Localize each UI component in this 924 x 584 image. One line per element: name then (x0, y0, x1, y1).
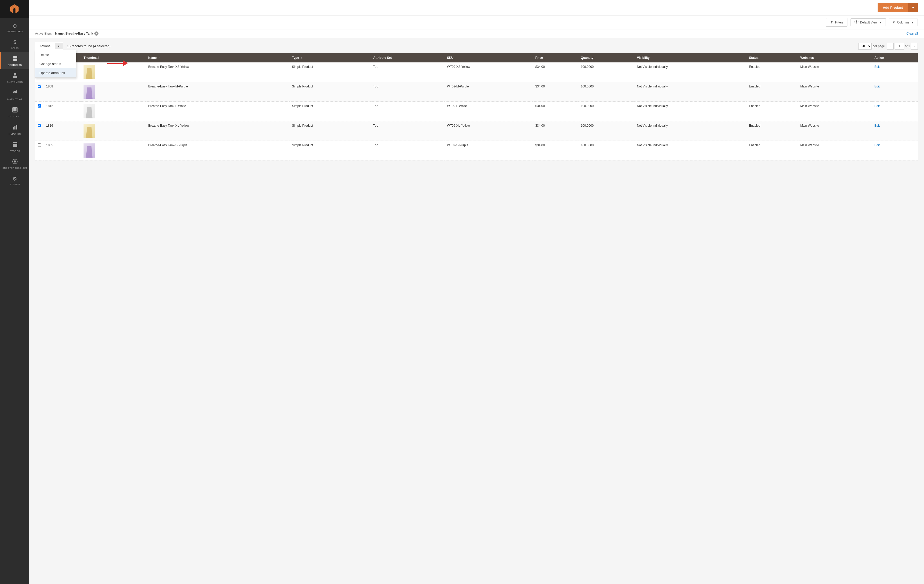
table-header-row: ID Thumbnail Name ↑ Type ↑ Attribute Set… (35, 53, 918, 63)
table-row: 1808 Breathe-Easy Tank-M-Purple Simple P… (35, 82, 918, 102)
clear-all-link[interactable]: Clear all (906, 32, 918, 35)
actions-dropdown: Actions ▲ Delete Change status Update at… (35, 42, 63, 50)
default-view-button[interactable]: Default View ▼ (851, 18, 886, 26)
row-checkbox[interactable] (38, 84, 41, 88)
row-sku: WT09-L-White (444, 102, 533, 121)
dropdown-item-change-status[interactable]: Change status (35, 60, 76, 68)
sidebar-item-content[interactable]: CONTENT (0, 103, 29, 121)
row-type: Simple Product (290, 63, 371, 82)
row-visibility: Not Visible Individually (634, 102, 746, 121)
add-product-dropdown-arrow[interactable]: ▼ (908, 3, 918, 12)
row-action[interactable]: Edit (872, 121, 918, 141)
edit-link[interactable]: Edit (874, 144, 880, 147)
col-visibility: Visibility (634, 53, 746, 63)
actions-label: Actions (35, 42, 54, 50)
svg-rect-9 (15, 108, 16, 110)
per-page-dropdown[interactable]: 20 (858, 43, 872, 50)
dropdown-item-delete[interactable]: Delete (35, 50, 76, 60)
sidebar-item-dashboard[interactable]: ⊙ DASHBOARD (0, 19, 29, 36)
row-thumbnail (81, 121, 146, 141)
dropdown-item-update-attributes[interactable]: Update attributes (35, 68, 76, 78)
page-number-input[interactable] (894, 43, 904, 50)
sidebar-item-reports[interactable]: REPORTS (0, 121, 29, 138)
row-action[interactable]: Edit (872, 82, 918, 102)
row-id: 1808 (44, 82, 81, 102)
product-thumbnail (84, 65, 95, 79)
row-id: 1812 (44, 102, 81, 121)
filters-button[interactable]: Filters (826, 18, 847, 26)
marketing-icon (12, 90, 18, 97)
per-page-select[interactable]: 20 per page (858, 43, 885, 50)
row-checkbox-cell[interactable] (35, 82, 44, 102)
row-checkbox-cell[interactable] (35, 121, 44, 141)
edit-link[interactable]: Edit (874, 84, 880, 88)
columns-button[interactable]: ⚙ Columns ▼ (889, 18, 918, 26)
products-icon (12, 55, 18, 63)
col-name[interactable]: Name ↑ (146, 53, 290, 63)
svg-rect-13 (15, 126, 15, 129)
row-websites: Main Website (798, 63, 872, 82)
edit-link[interactable]: Edit (874, 104, 880, 108)
sidebar: ⊙ DASHBOARD $ SALES PRODUCTS CUSTOMERS M… (0, 0, 29, 584)
svg-rect-0 (13, 56, 15, 58)
row-price: $34.00 (533, 121, 578, 141)
row-checkbox-cell[interactable] (35, 102, 44, 121)
magento-logo-icon (9, 3, 20, 15)
sidebar-item-marketing[interactable]: MARKETING (0, 86, 29, 103)
sidebar-item-products[interactable]: PRODUCTS (0, 52, 29, 69)
row-checkbox-cell[interactable] (35, 141, 44, 160)
svg-point-19 (856, 22, 857, 23)
sidebar-item-label-marketing: MARKETING (7, 98, 22, 101)
dashboard-icon: ⊙ (13, 23, 17, 29)
reports-icon (12, 124, 18, 131)
sidebar-item-customers[interactable]: CUSTOMERS (0, 69, 29, 86)
remove-filter-button[interactable]: ✕ (94, 31, 99, 36)
system-icon: ⚙ (12, 176, 17, 182)
row-visibility: Not Visible Individually (634, 63, 746, 82)
add-product-button[interactable]: Add Product ▼ (878, 3, 918, 12)
add-product-button-group[interactable]: Add Product ▼ (878, 3, 918, 12)
sidebar-item-label-products: PRODUCTS (8, 64, 22, 66)
edit-link[interactable]: Edit (874, 124, 880, 127)
main-content: Add Product ▼ Filters Default View ▼ ⚙ C… (29, 0, 924, 584)
edit-link[interactable]: Edit (874, 65, 880, 69)
table-row: Breathe-Easy Tank-XS-Yellow Simple Produ… (35, 63, 918, 82)
col-sku: SKU (444, 53, 533, 63)
sidebar-item-onestepcheckout[interactable]: ONE STEP CHECKOUT (0, 155, 29, 172)
products-table: ID Thumbnail Name ↑ Type ↑ Attribute Set… (35, 53, 918, 160)
page-next-button[interactable]: › (911, 43, 918, 50)
actions-button[interactable]: Actions ▲ (35, 42, 63, 50)
type-sort-icon: ↑ (301, 56, 302, 60)
row-checkbox[interactable] (38, 104, 41, 108)
sidebar-item-system[interactable]: ⚙ SYSTEM (0, 172, 29, 189)
col-action: Action (872, 53, 918, 63)
col-websites: Websites (798, 53, 872, 63)
svg-point-4 (14, 73, 16, 76)
row-price: $34.00 (533, 102, 578, 121)
row-status: Enabled (746, 63, 798, 82)
sidebar-item-sales[interactable]: $ SALES (0, 36, 29, 52)
sidebar-item-label-stores: STORES (10, 150, 20, 153)
row-thumbnail (81, 102, 146, 121)
records-info: 16 records found (4 selected) (67, 44, 111, 48)
row-checkbox[interactable] (38, 124, 41, 127)
row-attribute-set: Top (371, 82, 444, 102)
row-sku: WT09-XL-Yellow (444, 121, 533, 141)
row-sku: WT09-S-Purple (444, 141, 533, 160)
row-action[interactable]: Edit (872, 102, 918, 121)
sidebar-item-stores[interactable]: STORES (0, 138, 29, 155)
actions-caret-icon: ▲ (54, 43, 63, 49)
svg-rect-11 (15, 110, 16, 111)
row-quantity: 100.0000 (578, 121, 634, 141)
row-name: Breathe-Easy Tank-L-White (146, 102, 290, 121)
row-type: Simple Product (290, 141, 371, 160)
svg-rect-10 (13, 110, 15, 111)
svg-rect-14 (16, 125, 17, 129)
row-checkbox[interactable] (38, 144, 41, 147)
row-action[interactable]: Edit (872, 141, 918, 160)
col-type[interactable]: Type ↑ (290, 53, 371, 63)
row-status: Enabled (746, 141, 798, 160)
row-action[interactable]: Edit (872, 63, 918, 82)
onestepcheckout-icon (12, 159, 18, 165)
page-prev-button[interactable]: ‹ (887, 43, 894, 50)
